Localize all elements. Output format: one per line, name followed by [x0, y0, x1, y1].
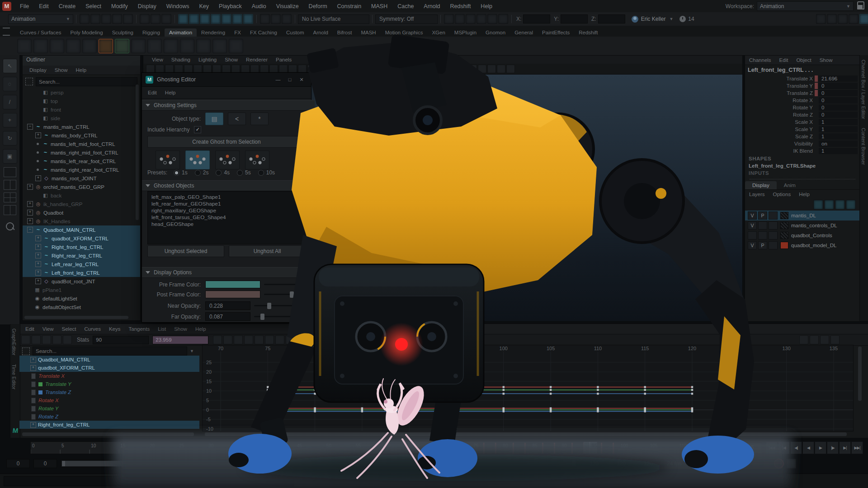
attribute-editor-icon[interactable] — [838, 14, 848, 24]
channel-value[interactable]: 0 — [819, 97, 858, 103]
shelf-tab-msplugin[interactable]: MSPlugin — [450, 28, 481, 37]
near-opacity-input[interactable]: 0.228 — [205, 301, 250, 310]
outliner-item-quadbot[interactable]: +◎Quadbot — [23, 208, 140, 217]
graph-menu-help[interactable]: Help — [191, 326, 210, 332]
side-tab-channel-box-layer-editor[interactable]: Channel Box / Layer Editor — [860, 55, 867, 123]
construction-history-icon[interactable] — [282, 14, 292, 24]
ghosting-editor-window[interactable]: M Ghosting Editor — □ ✕ EditHelp Ghostin… — [142, 72, 311, 323]
command-line-input[interactable] — [4, 476, 294, 486]
snap-curve-icon[interactable] — [189, 14, 199, 24]
expander-icon[interactable]: + — [35, 244, 41, 250]
viewport-menu-view[interactable]: View — [148, 57, 167, 62]
shelf-tab-sculpting[interactable]: Sculpting — [108, 28, 138, 37]
undo-icon[interactable] — [112, 14, 122, 24]
graph-view-icon-4[interactable] — [830, 335, 840, 344]
layer-menu-help[interactable]: Help — [795, 192, 814, 197]
graph-tangent-icon-7[interactable] — [275, 335, 284, 344]
expander-icon[interactable]: + — [35, 235, 41, 241]
outliner-item-quadbot-xform-ctrl[interactable]: +~quadbot_XFORM_CTRL — [23, 234, 140, 243]
graph-tool-icon-1[interactable] — [21, 335, 30, 344]
channel-rotate-z[interactable]: Rotate Z0 — [745, 111, 860, 118]
shelf-tab-fx[interactable]: FX — [230, 28, 245, 37]
select-hierarchy-icon[interactable] — [140, 14, 150, 24]
outliner-item-orchid-mantis-geo-grp[interactable]: +◎orchid_mantis_GEO_GRP — [23, 183, 140, 191]
layer-playback-toggle[interactable] — [758, 231, 767, 239]
channel-scale-y[interactable]: Scale Y1 — [745, 126, 860, 133]
output-connections-icon[interactable] — [271, 14, 281, 24]
viewport-display-icon-4[interactable] — [459, 65, 467, 73]
graph-menu-edit[interactable]: Edit — [21, 326, 38, 332]
channel-box-object-name[interactable]: Left_front_leg_CTRL . . . — [745, 65, 860, 75]
viewport-display-icon-3[interactable] — [449, 65, 458, 73]
outliner-vscrollbar[interactable] — [136, 84, 139, 220]
layer-ref-toggle[interactable] — [769, 211, 778, 220]
graph-menu-list[interactable]: List — [154, 326, 170, 332]
scale-tool[interactable]: ▣ — [3, 149, 17, 164]
shelf-tab-arnold[interactable]: Arnold — [309, 28, 333, 37]
shelf-tab-painteffects[interactable]: PaintEffects — [538, 28, 574, 37]
magnifier-icon[interactable] — [6, 222, 14, 230]
viewport-display-icon-8[interactable] — [497, 65, 505, 73]
shelf-icon-2[interactable] — [33, 39, 48, 53]
include-hierarchy-checkbox[interactable]: ✓ — [194, 126, 201, 133]
channel-scale-z[interactable]: Scale Z1 — [745, 133, 860, 140]
channel-value[interactable]: 1 — [819, 119, 858, 125]
graph-tree-hscrollbar[interactable] — [22, 432, 194, 436]
menu-edit[interactable]: Edit — [34, 3, 54, 9]
layer-ref-toggle[interactable] — [769, 221, 778, 230]
menu-display[interactable]: Display — [133, 3, 161, 9]
graph-tangent-icon-6[interactable] — [265, 335, 274, 344]
move-tool[interactable]: + — [3, 113, 17, 127]
expander-icon[interactable]: + — [27, 210, 33, 216]
stats-frame-input[interactable] — [93, 336, 149, 344]
post-frame-color-swatch[interactable] — [205, 291, 260, 298]
outliner-item-mantis-root-joint[interactable]: +◇mantis_root_JOINT — [23, 174, 140, 183]
menu-redshift[interactable]: Redshift — [445, 3, 476, 9]
channel-scale-x[interactable]: Scale X1 — [745, 118, 860, 126]
outliner-item-mantis-right-rear-foot-ctrl[interactable]: ~mantis_right_rear_foot_CTRL — [23, 165, 140, 174]
shelf-icon-13[interactable] — [212, 39, 227, 53]
expander-icon[interactable]: + — [27, 218, 33, 224]
channel-visibility[interactable]: Visibilityon — [745, 140, 860, 147]
outliner-item-mantis-main-ctrl[interactable]: −~mantis_main_CTRL — [23, 122, 140, 131]
shelf-icon-6[interactable] — [99, 39, 113, 53]
shelf-tab-gnomon[interactable]: Gnomon — [481, 28, 510, 37]
viewport-menu-panels[interactable]: Panels — [272, 57, 296, 62]
ipr-render-icon[interactable] — [455, 14, 465, 24]
outliner-item-back[interactable]: ◧back — [23, 191, 140, 200]
display-options-header[interactable]: Display Options — [142, 267, 315, 278]
dialog-titlebar[interactable]: M Ghosting Editor — □ ✕ — [142, 73, 311, 87]
move-layer-down-icon[interactable] — [824, 200, 834, 210]
menu-visualize[interactable]: Visualize — [271, 3, 304, 9]
outliner-hscrollbar[interactable] — [24, 316, 128, 319]
channel-value[interactable]: 0 — [819, 83, 858, 89]
shelf-tab-redshift[interactable]: Redshift — [574, 28, 602, 37]
expander-icon[interactable]: − — [27, 124, 33, 130]
menuset-dropdown[interactable]: Animation ▼ — [8, 14, 73, 24]
layer-menu-layers[interactable]: Layers — [745, 192, 769, 197]
viewport-menu-renderer[interactable]: Renderer — [242, 57, 272, 62]
ghosted-object-item[interactable]: left_rear_femur_GEOShape1 — [151, 201, 309, 207]
expander-icon[interactable]: + — [30, 422, 36, 428]
paint-select-tool[interactable]: / — [3, 95, 17, 109]
graph-tool-icon-5[interactable] — [63, 335, 72, 344]
ghosted-object-item[interactable]: left_front_tarsus_GEO_Shape4 — [151, 214, 309, 221]
graph-item-translate-x[interactable]: Translate X — [19, 372, 199, 380]
select-tool[interactable]: ↖ — [3, 59, 17, 73]
channel-value[interactable]: 0 — [819, 90, 858, 96]
channel-value[interactable]: 21.696 — [819, 75, 858, 82]
menu-select[interactable]: Select — [80, 3, 106, 9]
close-icon[interactable]: ✕ — [296, 75, 307, 84]
channel-box-menu-show[interactable]: Show — [816, 57, 837, 63]
step-back-frame-button[interactable]: ◀| — [790, 441, 802, 454]
snap-grid-icon[interactable] — [178, 14, 188, 24]
display-layer-icon[interactable] — [487, 14, 497, 24]
graph-tool-icon-3[interactable] — [42, 335, 51, 344]
channel-box-menu-channels[interactable]: Channels — [745, 57, 775, 63]
layer-visibility-toggle[interactable]: V — [748, 211, 757, 220]
menu-modify[interactable]: Modify — [106, 3, 133, 9]
graph-item-rotate-z[interactable]: Rotate Z — [19, 413, 199, 421]
divider[interactable] — [750, 179, 855, 179]
ghosted-object-item[interactable]: head_GEOShape — [151, 221, 309, 228]
post-frame-slider[interactable] — [264, 294, 301, 295]
